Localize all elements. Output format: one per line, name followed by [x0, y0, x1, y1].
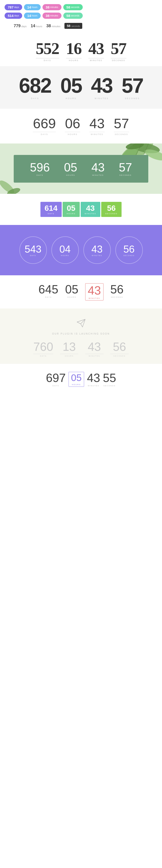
minutes-label: MINUTES [85, 213, 96, 215]
xl-seconds: 57 SECONDS [122, 75, 143, 99]
circle-days: 543 DAYS [19, 237, 47, 264]
seconds-num: 56 [123, 244, 134, 254]
hours-unit: hours [32, 6, 37, 8]
hours-num: 14 [27, 5, 31, 9]
days-num: 596 [30, 161, 50, 173]
minutes-label: MINUTES [92, 174, 104, 176]
seconds-num: 57 [111, 40, 126, 57]
seconds-unit: seconds [71, 14, 79, 17]
hours-num: 16 [66, 40, 82, 57]
bottom-minutes: 43 MINUTES [87, 372, 100, 387]
nature-days: 596 DAYS [30, 161, 50, 176]
large-seconds: 57 SECONDS [111, 40, 126, 62]
section-colored-boxes: 614 DAYS 05 HOURS 43 MINUTES 56 SECONDS [0, 194, 162, 225]
minutes-num: 43 [85, 341, 104, 354]
circle-seconds: 56 SECONDS [115, 237, 143, 264]
box-countdown: 614 DAYS 05 HOURS 43 MINUTES 56 SECONDS [9, 202, 153, 217]
large-minutes: 43 MINUTES [88, 40, 104, 62]
seconds-num: 58 [67, 24, 70, 28]
days-label: DAYS [41, 133, 48, 135]
bottom-countdown: 697 DAYS 05 HOURS 43 MINUTES 55 SECONDS [14, 372, 148, 387]
hours-num: 05 [71, 373, 82, 383]
box-minutes: 43 MINUTES [81, 202, 100, 217]
large-days: 552 DAYS [36, 40, 59, 62]
minutes-label: MINUTES [89, 355, 100, 357]
outline-countdown: 645 DAYS 05 HOURS 43 MINUTES 56 SECONDS [14, 283, 148, 301]
hours-label: HOURS [65, 355, 74, 357]
days-label: DAYS [31, 97, 39, 99]
hours-num: 14 [27, 14, 31, 18]
days-num: 697 [46, 372, 66, 384]
xl-days: 682 DAYS [19, 75, 51, 99]
minutes-num: 43 [88, 40, 104, 57]
hours-unit: hours [36, 25, 42, 28]
days-num: 760 [33, 341, 53, 354]
seconds-label: SECONDS [111, 296, 123, 298]
sketch-minutes: 43 MINUTES [85, 341, 104, 357]
days-num: 514 [8, 14, 13, 18]
seconds-label: SECONDS [113, 355, 126, 357]
days-num: 645 [38, 283, 58, 295]
seconds-label: SECONDS [119, 174, 132, 176]
flat-minutes: 38 minutes [46, 24, 60, 28]
simple-hours: 06 HOURS [65, 117, 80, 135]
nature-card: 596 DAYS 05 HOURS 43 MINUTES 57 SECONDS [14, 155, 148, 183]
pill-row-1: 787 days 14 hours 38 minutes 58 seconds [5, 4, 157, 10]
box-seconds: 56 SECONDS [101, 202, 122, 217]
minutes-label: MINUTES [92, 255, 103, 256]
bottom-seconds: 55 SECONDS [103, 372, 116, 387]
days-label: DAYS [40, 355, 47, 357]
nature-hours: 05 HOURS [64, 161, 77, 176]
seconds-unit: seconds [71, 25, 80, 27]
days-num: 552 [36, 40, 59, 57]
seconds-label: SECONDS [125, 97, 140, 99]
flat-hours: 14 hours [31, 24, 42, 28]
minutes-num: 43 [91, 161, 105, 173]
minutes-label: MINUTES [89, 297, 100, 299]
minutes-label: MINUTES [94, 97, 109, 99]
seconds-label: SECONDS [123, 255, 134, 256]
section-pill-countdowns: 787 days 14 hours 38 minutes 58 seconds … [0, 0, 162, 33]
seconds-num: 58 [67, 5, 70, 9]
pill-seconds-1: 58 seconds [63, 4, 83, 10]
seconds-label: SECONDS [103, 385, 116, 387]
sketch-hours: 13 HOURS [60, 341, 78, 357]
nature-minutes: 43 MINUTES [91, 161, 105, 176]
simple-days: 669 DAYS [33, 117, 56, 135]
box-days: 614 DAYS [40, 202, 62, 217]
pill-hours-2: 14 hours [24, 12, 41, 19]
minutes-unit: minutes [50, 14, 58, 17]
bottom-days: 697 DAYS [46, 372, 66, 387]
hours-label: HOURS [61, 255, 69, 256]
flat-seconds: 58 seconds [65, 23, 82, 29]
days-num: 682 [19, 75, 51, 96]
days-label: DAYS [30, 255, 36, 256]
large-hours: 16 HOURS [66, 40, 82, 62]
hours-num: 05 [67, 204, 75, 212]
sketch-days: 760 DAYS [33, 341, 53, 357]
minutes-unit: minutes [50, 6, 58, 8]
sketch-seconds: 56 SECONDS [110, 341, 129, 357]
launch-text: OUR PLUGIN IS LAUNCHING SOON [9, 333, 153, 335]
section-nature: 596 DAYS 05 HOURS 43 MINUTES 57 SECONDS [0, 144, 162, 194]
seconds-num: 55 [103, 372, 116, 384]
section-large-sketch: 552 DAYS 16 HOURS 43 MINUTES 57 SECONDS [0, 33, 162, 66]
seconds-label: SECONDS [105, 213, 118, 215]
seconds-unit: seconds [71, 6, 79, 8]
circle-countdown: 543 DAYS 04 HOURS 43 MINUTES 56 SECONDS [14, 237, 148, 264]
hours-num: 13 [60, 341, 78, 354]
days-num: 669 [33, 117, 56, 132]
xl-hours: 05 HOURS [60, 75, 82, 99]
hours-label: HOURS [67, 213, 76, 215]
section-gray-xl: 682 DAYS 05 HOURS 43 MINUTES 57 SECONDS [0, 66, 162, 109]
days-label: DAYS [37, 174, 43, 176]
nature-countdown: 596 DAYS 05 HOURS 43 MINUTES 57 SECONDS [23, 161, 139, 176]
pill-seconds-2: 58 seconds [63, 12, 83, 19]
flat-row-3: 779 days 14 hours 38 minutes 58 seconds [5, 21, 157, 31]
minutes-unit: minutes [52, 25, 60, 28]
xl-countdown: 682 DAYS 05 HOURS 43 MINUTES 57 SECONDS [14, 75, 148, 99]
simple-countdown: 669 DAYS 06 HOURS 43 MINUTES 57 SECONDS [9, 117, 153, 135]
minutes-num: 38 [46, 24, 51, 28]
box-hours: 05 HOURS [63, 202, 80, 217]
days-num: 543 [25, 244, 41, 254]
